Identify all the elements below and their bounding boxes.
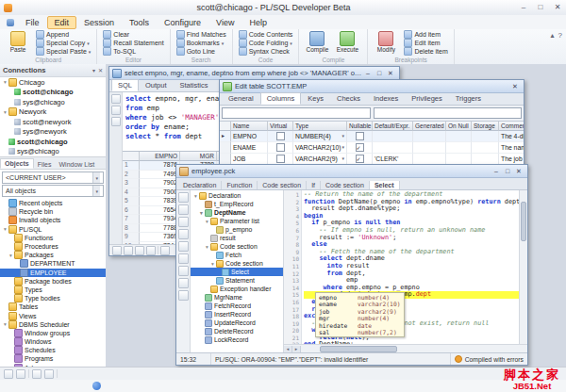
virtual-checkbox[interactable]	[276, 155, 285, 163]
print-icon[interactable]	[178, 204, 189, 215]
menu-view[interactable]: View	[208, 16, 241, 29]
columns-grid-header-storage[interactable]: Storage	[472, 122, 499, 131]
dialog-tab-indexes[interactable]: Indexes	[367, 92, 405, 105]
ribbon-button-paste[interactable]: Paste	[4, 30, 32, 56]
nullable-checkbox[interactable]	[356, 143, 364, 152]
tree-item-sys-newyork[interactable]: sys@newyork	[0, 127, 106, 138]
next-record-icon[interactable]	[135, 246, 144, 255]
first-record-icon[interactable]	[112, 246, 122, 255]
columns-grid-header-comments[interactable]: Comments	[499, 122, 524, 131]
tree-item-lockrecord[interactable]: LockRecord	[191, 335, 283, 344]
virtual-checkbox[interactable]	[276, 143, 285, 152]
columns-grid-header-virtual[interactable]: Virtual	[268, 122, 293, 131]
ribbon-button-to-sql[interactable]: To-SQL	[101, 47, 165, 56]
ribbon-button-compile[interactable]: Compile	[303, 30, 331, 56]
column-row-empno[interactable]: ▸EMPNONUMBER(4)▾The 4-digit number of th…	[220, 131, 524, 142]
tree-item-recent-objects[interactable]: Recent objects	[0, 199, 106, 207]
ribbon-button-modify[interactable]: Modify	[372, 30, 400, 56]
tree-item-scott-chicago[interactable]: scott@chicago	[0, 88, 106, 98]
paste-icon[interactable]	[178, 266, 189, 276]
dialog-tab-columns[interactable]: Columns	[260, 92, 302, 105]
fetch-all-icon[interactable]	[160, 246, 170, 255]
ribbon-button-execute[interactable]: Execute	[333, 30, 361, 56]
virtual-checkbox[interactable]	[276, 132, 285, 140]
pck-maximize-button[interactable]: □	[502, 166, 513, 176]
dialog-titlebar[interactable]: Edit table SCOTT.EMP ✕	[220, 80, 524, 93]
grid-header-empno[interactable]: EMPNO	[140, 152, 180, 161]
tree-item-tables[interactable]: Tables	[0, 302, 106, 311]
scrollbar-thumb[interactable]	[320, 346, 397, 352]
tree-item-views[interactable]: Views	[0, 311, 106, 319]
crumb-code-section-2[interactable]: Code section	[258, 181, 307, 189]
expander-icon[interactable]: ▾	[204, 219, 210, 224]
scroll-right-icon[interactable]: ▸	[292, 346, 301, 352]
expander-icon[interactable]: ▾	[2, 109, 8, 115]
columns-grid-header-on-null[interactable]: On Null	[446, 122, 472, 131]
tree-item-packages[interactable]: ▾Packages	[0, 251, 106, 259]
objects-tab-window-list[interactable]: Window List	[55, 160, 98, 169]
crumb-select-5[interactable]: Select	[370, 181, 400, 189]
menu-tools[interactable]: Tools	[122, 16, 157, 29]
panel-menu-icon[interactable]: ▾	[92, 67, 95, 74]
panel-close-icon[interactable]: ✕	[98, 67, 103, 74]
menu-help[interactable]: Help	[241, 16, 275, 29]
tree-item-updaterecord[interactable]: UpdateRecord	[191, 318, 283, 327]
ribbon-button-edit-item[interactable]: Edit item	[402, 39, 449, 47]
vertical-scrollbar[interactable]	[519, 190, 527, 344]
tree-item-deleterecord[interactable]: DeleteRecord	[191, 327, 283, 335]
tree-item-sys-chicago[interactable]: sys@chicago	[0, 97, 106, 107]
ribbon-collapse-icon[interactable]: ▴	[551, 31, 555, 40]
tree-item-windows[interactable]: Windows	[0, 337, 106, 346]
ribbon-button-delete-item[interactable]: Delete item	[402, 47, 449, 56]
sql-maximize-button[interactable]: □	[374, 68, 385, 78]
sql-tab-sql[interactable]: SQL	[111, 79, 139, 91]
tree-item-sys-chicago[interactable]: sys@chicago	[0, 147, 106, 157]
columns-grid-header-nullable[interactable]: Nullable	[347, 122, 373, 131]
tree-item-fetchrecord[interactable]: FetchRecord	[191, 302, 283, 310]
objects-filter-2[interactable]: All objects▾	[2, 185, 104, 197]
crumb-declaration-0[interactable]: Declaration	[178, 181, 222, 189]
columns-grid-header-default-expr[interactable]: Default/Expr.	[373, 122, 413, 131]
crumb-if-3[interactable]: If	[307, 181, 321, 189]
cut-icon[interactable]	[178, 241, 189, 252]
dialog-tab-keys[interactable]: Keys	[301, 92, 330, 105]
compile-icon[interactable]	[178, 278, 189, 288]
run-icon[interactable]	[111, 94, 121, 104]
sql-tab-statistics[interactable]: Statistics	[174, 79, 215, 91]
pck-titlebar[interactable]: employee.pck – □ ✕	[176, 165, 527, 178]
dialog-input-left[interactable]	[222, 107, 371, 119]
tree-item-pl-sql[interactable]: ▾PL/SQL	[0, 225, 106, 234]
ribbon-button-recall-statement[interactable]: Recall Statement	[101, 39, 165, 47]
expander-icon[interactable]: ▾	[192, 193, 199, 199]
tree-item-department[interactable]: DEPARTMENT	[0, 259, 106, 268]
commit-icon[interactable]	[111, 117, 121, 126]
tree-item-deptname[interactable]: ▾DeptName	[191, 208, 283, 217]
tree-item-package-bodies[interactable]: Package bodies	[0, 277, 106, 286]
pck-close-button[interactable]: ✕	[513, 166, 524, 176]
menu-edit[interactable]: Edit	[47, 16, 77, 29]
ribbon-button-syntax-check[interactable]: Syntax Check	[237, 47, 295, 56]
save-icon[interactable]	[178, 192, 189, 203]
close-button[interactable]: ✕	[549, 2, 566, 13]
minimize-button[interactable]: –	[515, 2, 532, 13]
tree-item-programs[interactable]: Programs	[0, 354, 106, 363]
objects-tab-objects[interactable]: Objects	[0, 158, 34, 169]
copy-icon[interactable]	[178, 253, 189, 264]
column-row-ename[interactable]: ENAMEVARCHAR2(10)▾The name of the employ…	[220, 142, 524, 154]
tree-item-window-groups[interactable]: Window groups	[0, 329, 106, 337]
expander-icon[interactable]: ▾	[209, 261, 216, 267]
help-icon[interactable]: ?	[558, 31, 562, 40]
tree-item-declaration[interactable]: ▾Declaration	[191, 191, 283, 200]
tree-item-select[interactable]: Select	[191, 268, 283, 276]
tree-item-employee[interactable]: EMPLOYEE	[0, 269, 106, 277]
tree-item-insertrecord[interactable]: InsertRecord	[191, 310, 283, 318]
titlebar[interactable]: scott@chicago - PL/SQL Developer Beta – …	[0, 0, 566, 16]
tree-item-invalid-objects[interactable]: Invalid objects	[0, 216, 106, 224]
prev-record-icon[interactable]	[124, 246, 133, 255]
search-icon[interactable]	[178, 290, 189, 301]
tree-item-chicago[interactable]: ▾Chicago	[0, 77, 106, 88]
tree-item-scott-chicago[interactable]: scott@chicago	[0, 137, 106, 147]
sql-minimize-button[interactable]: –	[362, 68, 374, 78]
scroll-left-icon[interactable]: ◂	[284, 346, 292, 352]
ribbon-button-goto-line[interactable]: Goto Line	[175, 47, 228, 56]
